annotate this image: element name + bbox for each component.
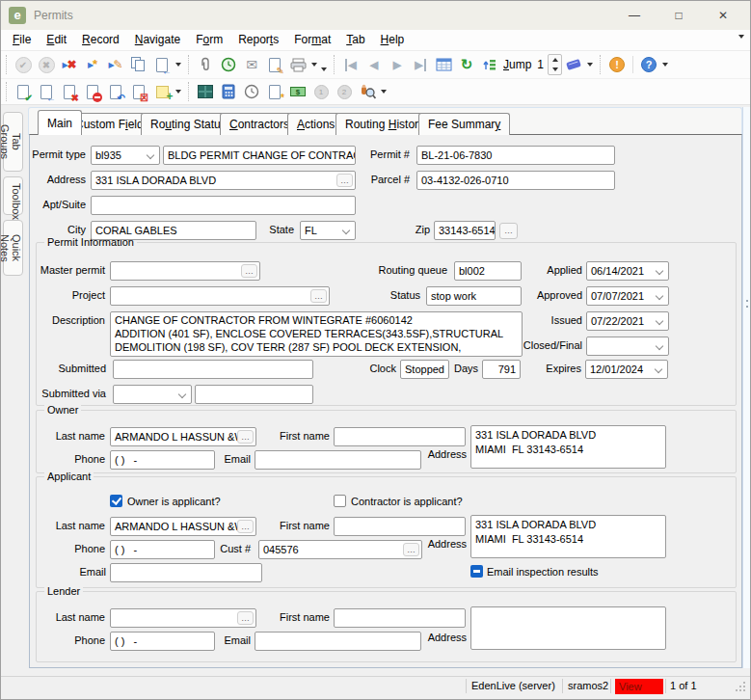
- close-button[interactable]: ✕: [705, 1, 741, 30]
- record-accept-button[interactable]: ✔: [12, 53, 35, 76]
- help-button[interactable]: ?: [637, 53, 660, 76]
- inspection-search-button[interactable]: [356, 80, 379, 103]
- lender-first-name-field[interactable]: [334, 608, 466, 628]
- days-field[interactable]: 791: [482, 360, 521, 379]
- tab-main[interactable]: Main: [38, 110, 82, 135]
- permit-type-combo[interactable]: bl935: [91, 146, 160, 165]
- nav-prev-button[interactable]: ◀: [362, 53, 386, 76]
- alerts-button[interactable]: !: [605, 53, 629, 76]
- minimize-button[interactable]: —: [616, 1, 653, 30]
- menu-file[interactable]: File: [5, 30, 39, 50]
- time-button[interactable]: [240, 80, 263, 103]
- highlighter-button[interactable]: [562, 53, 585, 76]
- maximize-button[interactable]: □: [660, 1, 697, 30]
- applicant-last-name-field[interactable]: ARMANDO L HASSUN &W…: [110, 517, 256, 536]
- search-dropdown[interactable]: [379, 80, 389, 103]
- lender-last-name-field[interactable]: …: [110, 608, 256, 628]
- project-browse-button[interactable]: …: [310, 289, 327, 303]
- owner-browse-button[interactable]: …: [237, 430, 254, 444]
- toolbar-grip[interactable]: [6, 55, 7, 74]
- doc-undo-button[interactable]: ↶: [104, 80, 127, 103]
- globe-one-button[interactable]: 1: [309, 80, 333, 103]
- parcel-field[interactable]: 03-4132-026-0710: [416, 171, 615, 190]
- owner-first-name-field[interactable]: [334, 427, 466, 446]
- toolbar-grip[interactable]: [6, 82, 7, 101]
- master-permit-browse-button[interactable]: …: [241, 264, 257, 278]
- owner-phone-field[interactable]: ( ) -: [110, 450, 215, 470]
- attachment-button[interactable]: [194, 53, 217, 76]
- permit-number-field[interactable]: BL-21-06-7830: [416, 146, 615, 165]
- submitted-via-field[interactable]: [195, 385, 313, 404]
- copy-record-button[interactable]: *: [263, 80, 286, 103]
- applicant-first-name-field[interactable]: [334, 517, 466, 536]
- lender-address-box[interactable]: [470, 606, 666, 650]
- cust-number-field[interactable]: 045576…: [258, 540, 422, 559]
- permit-type-desc-field[interactable]: BLDG PERMIT CHANGE OF CONTRACT: [163, 146, 356, 165]
- menu-form[interactable]: Form: [188, 30, 230, 50]
- clock-field[interactable]: Stopped: [400, 360, 449, 379]
- doc-delete-button[interactable]: ✖: [58, 80, 81, 103]
- owner-email-field[interactable]: [255, 450, 421, 470]
- owner-last-name-field[interactable]: ARMANDO L HASSUN &W…: [110, 427, 256, 446]
- applicant-phone-field[interactable]: ( ) -: [110, 540, 215, 559]
- routing-queue-field[interactable]: bl002: [454, 261, 522, 281]
- delete-record-button[interactable]: ▶✖: [58, 53, 81, 76]
- menu-record[interactable]: Record: [74, 30, 127, 50]
- submitted-field[interactable]: [113, 360, 313, 379]
- status-field[interactable]: stop work: [426, 286, 522, 306]
- lender-browse-button[interactable]: …: [237, 611, 254, 625]
- right-splitter[interactable]: [742, 107, 750, 668]
- nav-next-button[interactable]: ▶: [386, 53, 409, 76]
- menu-reports[interactable]: Reports: [230, 30, 286, 50]
- edit-record-button[interactable]: ▶✎: [104, 53, 127, 76]
- help-dropdown[interactable]: [660, 53, 670, 76]
- doc-remove-button[interactable]: ☒: [127, 80, 150, 103]
- paste-dropdown[interactable]: [174, 53, 183, 76]
- menu-overflow-icon[interactable]: [738, 39, 744, 50]
- refresh-button[interactable]: ↻: [455, 53, 478, 76]
- state-combo[interactable]: FL: [300, 221, 356, 240]
- sidebar-tab-groups[interactable]: Tab Groups: [3, 112, 23, 172]
- jump-value[interactable]: 1: [537, 58, 544, 71]
- note-dropdown[interactable]: [174, 80, 183, 103]
- issued-date-combo[interactable]: 07/22/2021: [586, 311, 669, 331]
- sort-button[interactable]: [478, 53, 501, 76]
- description-field[interactable]: CHANGE OF CONTRACTOR FROM WINTEGRATE #60…: [110, 311, 523, 357]
- project-field[interactable]: …: [110, 286, 330, 306]
- globe-two-button[interactable]: 2: [333, 80, 356, 103]
- toolbar-overflow[interactable]: [319, 58, 329, 81]
- owner-is-applicant-checkbox[interactable]: [110, 495, 122, 507]
- doc-block-button[interactable]: [81, 80, 104, 103]
- nav-last-button[interactable]: ▶: [409, 53, 432, 76]
- master-permit-field[interactable]: …: [110, 261, 260, 281]
- menu-navigate[interactable]: Navigate: [127, 30, 188, 50]
- print-dropdown[interactable]: [309, 53, 319, 76]
- doc-approve-button[interactable]: ✔: [12, 80, 35, 103]
- tab-fee-summary[interactable]: Fee Summary: [418, 113, 510, 135]
- closed-final-combo[interactable]: [586, 337, 669, 356]
- applied-date-combo[interactable]: 06/14/2021: [586, 261, 669, 281]
- menu-tab[interactable]: Tab: [338, 30, 372, 50]
- map-button[interactable]: [194, 80, 217, 103]
- applicant-address-box[interactable]: 331 ISLA DORADA BLVDMIAMI FL 33143-6514: [470, 515, 666, 558]
- history-button[interactable]: [217, 53, 240, 76]
- approved-date-combo[interactable]: 07/07/2021: [586, 286, 669, 306]
- address-field[interactable]: 331 ISLA DORADA BLVD…: [91, 171, 356, 190]
- highlighter-dropdown[interactable]: [585, 53, 595, 76]
- fees-button[interactable]: $: [286, 80, 309, 103]
- record-cancel-button[interactable]: ✖: [35, 53, 58, 76]
- cust-browse-button[interactable]: …: [403, 543, 419, 556]
- contractor-is-applicant-checkbox[interactable]: [334, 495, 346, 507]
- expires-date-combo[interactable]: 12/01/2024: [585, 360, 668, 379]
- menu-help[interactable]: Help: [373, 30, 413, 50]
- lender-email-field[interactable]: [255, 632, 421, 651]
- owner-address-box[interactable]: 331 ISLA DORADA BLVDMIAMI FL 33143-6514: [470, 425, 666, 469]
- apt-suite-field[interactable]: [91, 196, 356, 215]
- resize-grip[interactable]: [736, 689, 738, 691]
- calculator-button[interactable]: [217, 80, 240, 103]
- city-field[interactable]: CORAL GABLES: [91, 221, 256, 240]
- doc-return-button[interactable]: ←: [35, 80, 58, 103]
- email-inspection-results-checkbox[interactable]: [470, 565, 483, 578]
- compose-button[interactable]: ✎: [263, 53, 286, 76]
- address-browse-button[interactable]: …: [336, 174, 353, 187]
